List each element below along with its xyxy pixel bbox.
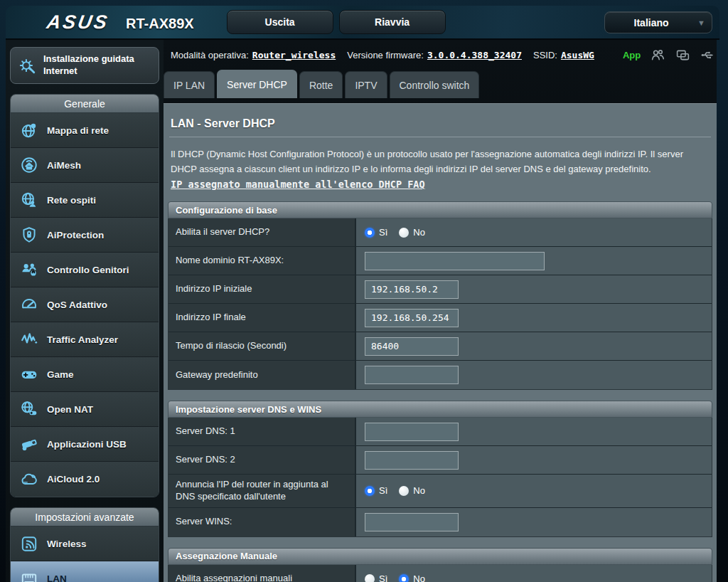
mode-value-link[interactable]: Router_wireless bbox=[252, 50, 336, 60]
dns-server-1-input[interactable] bbox=[365, 423, 459, 441]
ssid-label: SSID: bbox=[533, 50, 557, 60]
enable-manual-assignment-value-cell: SìNo bbox=[356, 565, 712, 582]
ip-pool-end-label: Indirizzo IP finale bbox=[168, 304, 356, 332]
section-header-assegnazione-manuale: Assegnazione Manuale bbox=[168, 548, 712, 565]
form-row-announce-router-ip: Annuncia l'IP del router in aggiunta al … bbox=[168, 475, 712, 508]
sidebar-item-label: Applicazioni USB bbox=[47, 439, 127, 450]
header-icon-group bbox=[651, 48, 715, 63]
sidebar-item-aiprotection[interactable]: AiProtection bbox=[11, 218, 159, 253]
dns-server-2-input[interactable] bbox=[365, 451, 459, 470]
sidebar-item-label: AiCloud 2.0 bbox=[47, 474, 100, 485]
sidebar-item-aimesh[interactable]: AiMesh bbox=[11, 148, 159, 183]
chevron-down-icon: ▼ bbox=[697, 18, 712, 27]
content-panel: LAN - Server DHCP Il DHCP (Dynamic Host … bbox=[164, 103, 717, 582]
radio-label: No bbox=[413, 227, 425, 238]
form-row-enable-manual-assignment: Abilita assegnazioni manualiSìNo bbox=[168, 565, 712, 582]
firmware-value-link[interactable]: 3.0.0.4.388_32407 bbox=[427, 50, 522, 60]
enable-dhcp-server-radio-no[interactable]: No bbox=[399, 227, 425, 238]
sidebar-item-internet-wizard[interactable]: Installazione guidata Internet bbox=[10, 47, 159, 84]
lease-time-input[interactable] bbox=[365, 337, 459, 356]
guest-network-icon bbox=[20, 191, 38, 209]
logout-button[interactable]: Uscita bbox=[227, 10, 333, 34]
reboot-button[interactable]: Riavvia bbox=[339, 10, 446, 34]
wizard-label: Installazione guidata Internet bbox=[43, 53, 159, 78]
form-row-ip-pool-start: Indirizzo IP iniziale bbox=[168, 275, 712, 304]
enable-manual-assignment-radio-s[interactable]: Sì bbox=[365, 573, 387, 582]
tab-server-dhcp[interactable]: Server DHCP bbox=[217, 70, 297, 98]
dns-server-2-value-cell bbox=[356, 446, 712, 474]
form-row-wins-server: Server WINS: bbox=[168, 508, 712, 536]
lease-time-label: Tempo di rilascio (Secondi) bbox=[168, 332, 356, 360]
sidebar-item-label: AiMesh bbox=[47, 160, 81, 171]
parental-controls-icon bbox=[20, 260, 38, 279]
dns-server-1-label: Server DNS: 1 bbox=[168, 418, 356, 445]
default-gateway-label: Gateway predefinito bbox=[168, 361, 356, 389]
radio-label: No bbox=[413, 485, 425, 496]
app-link[interactable]: App bbox=[623, 50, 641, 60]
aimesh-icon bbox=[20, 156, 38, 174]
title-divider bbox=[169, 137, 711, 137]
wireless-icon bbox=[20, 534, 38, 553]
sidebar-item-aicloud-2-0[interactable]: AiCloud 2.0 bbox=[11, 462, 159, 497]
lan-icon bbox=[20, 570, 38, 582]
sidebar-item-applicazioni-usb[interactable]: Applicazioni USB bbox=[11, 427, 159, 462]
top-banner: ASUS RT-AX89X Uscita Riavvia Italiano ▼ bbox=[6, 6, 719, 40]
language-dropdown[interactable]: Italiano ▼ bbox=[604, 11, 712, 33]
devices-icon[interactable] bbox=[675, 48, 690, 63]
usb-icon[interactable] bbox=[700, 48, 715, 63]
sidebar-item-mappa-di-rete[interactable]: Mappa di rete bbox=[11, 113, 159, 148]
brand-block: ASUS RT-AX89X bbox=[6, 11, 194, 33]
tab-ip-lan[interactable]: IP LAN bbox=[164, 71, 215, 98]
default-gateway-input[interactable] bbox=[365, 366, 459, 384]
enable-dhcp-server-label: Abilita il server DHCP? bbox=[168, 218, 356, 246]
sidebar-item-qos-adattivo[interactable]: QoS Adattivo bbox=[11, 287, 159, 322]
ip-pool-end-input[interactable] bbox=[365, 309, 459, 327]
router-model: RT-AX89X bbox=[126, 16, 194, 32]
ip-pool-end-value-cell bbox=[356, 304, 712, 332]
clients-icon[interactable] bbox=[651, 48, 665, 63]
sidebar-section-generale: GeneraleMappa di reteAiMeshRete ospitiAi… bbox=[10, 94, 159, 497]
sidebar-item-traffic-analyzer[interactable]: Traffic Analyzer bbox=[11, 322, 159, 357]
usb-apps-icon bbox=[20, 435, 38, 453]
form-table-impostazione-server-dns-e-wins: Server DNS: 1Server DNS: 2Annuncia l'IP … bbox=[168, 418, 712, 537]
language-value: Italiano bbox=[605, 17, 697, 28]
tab-controllo-switch[interactable]: Controllo switch bbox=[390, 71, 480, 98]
ip-pool-start-value-cell bbox=[356, 275, 712, 303]
dns-server-2-label: Server DNS: 2 bbox=[168, 446, 356, 474]
sidebar-item-label: QoS Adattivo bbox=[47, 300, 107, 310]
sidebar-item-open-nat[interactable]: Open NAT bbox=[11, 392, 159, 427]
wins-server-input[interactable] bbox=[365, 513, 459, 531]
aicloud-icon bbox=[20, 470, 38, 489]
tab-iptv[interactable]: IPTV bbox=[345, 71, 387, 98]
sidebar-item-label: AiProtection bbox=[47, 230, 104, 240]
sidebar-item-label: Open NAT bbox=[47, 404, 93, 415]
announce-router-ip-radio-s[interactable]: Sì bbox=[365, 485, 387, 496]
sidebar-item-label: Game bbox=[47, 369, 74, 380]
section-header-impostazione-server-dns-e-wins: Impostazione server DNS e WINS bbox=[168, 401, 712, 418]
announce-router-ip-radio-no[interactable]: No bbox=[399, 485, 425, 496]
traffic-analyzer-icon bbox=[20, 330, 38, 349]
ssid-value-link[interactable]: AsusWG bbox=[561, 50, 594, 60]
lease-time-value-cell bbox=[356, 332, 712, 360]
wizard-gear-icon bbox=[18, 56, 36, 75]
sidebar-item-game[interactable]: Game bbox=[11, 357, 159, 392]
sidebar-item-lan[interactable]: LAN bbox=[11, 561, 159, 582]
domain-name-input[interactable] bbox=[365, 252, 545, 270]
enable-dhcp-server-value-cell: SìNo bbox=[356, 218, 712, 246]
enable-dhcp-server-radio-s[interactable]: Sì bbox=[365, 227, 387, 238]
dhcp-faq-link[interactable]: IP assegnato manualmente all'elenco DHCP… bbox=[171, 179, 425, 190]
sidebar-item-rete-ospiti[interactable]: Rete ospiti bbox=[11, 183, 159, 218]
announce-router-ip-label: Annuncia l'IP del router in aggiunta al … bbox=[168, 475, 356, 507]
form-table-assegnazione-manuale: Abilita assegnazioni manualiSìNo bbox=[168, 565, 712, 582]
wins-server-value-cell bbox=[356, 508, 712, 536]
sidebar-item-controllo-genitori[interactable]: Controllo Genitori bbox=[11, 253, 159, 287]
status-infobar: Modalità operativa: Router_wireless Vers… bbox=[164, 40, 717, 70]
enable-manual-assignment-radio-no[interactable]: No bbox=[399, 573, 425, 582]
sidebar-item-label: Controllo Genitori bbox=[47, 265, 129, 275]
sidebar-item-wireless[interactable]: Wireless bbox=[11, 527, 159, 561]
tab-rotte[interactable]: Rotte bbox=[299, 71, 343, 98]
ip-pool-start-input[interactable] bbox=[365, 280, 459, 299]
radio-icon bbox=[399, 574, 409, 582]
form-row-ip-pool-end: Indirizzo IP finale bbox=[168, 304, 712, 332]
dns-server-1-value-cell bbox=[356, 418, 712, 445]
